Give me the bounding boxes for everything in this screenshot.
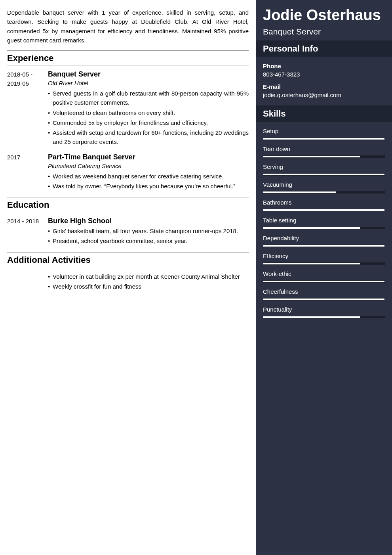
skill-bar-fill [263, 173, 385, 176]
skills-block: SetupTear downServingVacuumingBathroomsT… [256, 122, 392, 329]
entry-body: Burke High School Girls' basketball team… [48, 217, 249, 247]
bullet-item: Volunteered to clean bathrooms on every … [48, 108, 249, 117]
education-entry: 2014 - 2018 Burke High School Girls' bas… [7, 217, 249, 247]
skill-bar-fill [263, 280, 385, 283]
experience-heading: Experience [7, 50, 249, 65]
phone-value: 803-467-3323 [263, 71, 385, 78]
skill-bar-fill [263, 155, 360, 158]
skill-bar-fill [263, 191, 336, 193]
entry-subtitle: Plumstead Catering Service [48, 163, 249, 169]
entry-dates: 2018-05 - 2019-05 [7, 70, 48, 147]
activities-entry: Volunteer in cat building 2x per month a… [7, 272, 249, 292]
skill-label: Tear down [263, 145, 385, 152]
entry-dates: 2017 [7, 153, 48, 192]
skill-label: Cheerfulness [263, 288, 385, 295]
person-title: Banquet Server [263, 27, 385, 36]
skill-item: Table setting [263, 217, 385, 229]
personal-info-block: Phone 803-467-3323 E-mail jodie.q.osterh… [256, 57, 392, 105]
skill-item: Setup [263, 128, 385, 140]
skill-item: Work-ethic [263, 270, 385, 283]
skill-bar [263, 262, 385, 265]
entry-title: Banquet Server [48, 70, 249, 78]
skill-bar-fill [263, 298, 385, 300]
bullet-item: Worked as weekend banquet server for cre… [48, 172, 249, 181]
skill-item: Tear down [263, 145, 385, 158]
skills-heading: Skills [256, 105, 392, 122]
skill-label: Table setting [263, 217, 385, 224]
skill-label: Efficiency [263, 253, 385, 259]
bullet-item: Was told by owner, “Everybody likes you … [48, 182, 249, 191]
bullet-item: Girls' basketball team, all four years. … [48, 226, 249, 235]
experience-entry: 2018-05 - 2019-05 Banquet Server Old Riv… [7, 70, 249, 147]
skill-label: Bathrooms [263, 199, 385, 206]
bullet-item: Volunteer in cat building 2x per month a… [48, 272, 249, 281]
skill-bar [263, 155, 385, 158]
phone-label: Phone [263, 63, 385, 69]
skill-bar [263, 209, 385, 211]
skill-bar [263, 245, 385, 247]
skill-bar [263, 298, 385, 300]
bullet-item: Commended 5x by employer for friendlines… [48, 118, 249, 127]
entry-body: Banquet Server Old River Hotel Served gu… [48, 70, 249, 147]
entry-subtitle: Old River Hotel [48, 80, 249, 86]
bullet-item: President, school yearbook committee, se… [48, 236, 249, 245]
skill-bar [263, 191, 385, 193]
person-name: Jodie Osterhaus [263, 6, 385, 25]
bullet-item: Served guests in a golf club restaurant … [48, 89, 249, 107]
skill-item: Punctuality [263, 306, 385, 318]
skill-bar [263, 280, 385, 283]
skill-label: Vacuuming [263, 181, 385, 188]
skill-item: Vacuuming [263, 181, 385, 193]
skill-bar-fill [263, 138, 385, 140]
bullet-item: Assisted with setup and teardown for 60+… [48, 128, 249, 147]
skill-label: Work-ethic [263, 270, 385, 277]
email-value: jodie.q.osterhaus@gmail.com [263, 92, 385, 98]
entry-title: Part-Time Banquet Server [48, 153, 249, 161]
skill-bar [263, 316, 385, 318]
sidebar-header: Jodie Osterhaus Banquet Server [256, 0, 392, 40]
sidebar: Jodie Osterhaus Banquet Server Personal … [256, 0, 392, 555]
summary-text: Dependable banquet server with 1 year of… [7, 8, 249, 45]
bullet-item: Weekly crossfit for fun and fitness [48, 282, 249, 291]
skill-bar-fill [263, 316, 360, 318]
skill-bar [263, 138, 385, 140]
skill-item: Serving [263, 163, 385, 176]
entry-dates: 2014 - 2018 [7, 217, 48, 247]
skill-label: Dependability [263, 235, 385, 241]
skill-item: Efficiency [263, 253, 385, 265]
skill-bar-fill [263, 227, 360, 229]
entry-body: Volunteer in cat building 2x per month a… [48, 272, 249, 292]
skill-label: Setup [263, 128, 385, 134]
entry-title: Burke High School [48, 217, 249, 225]
skill-label: Serving [263, 163, 385, 170]
skill-bar [263, 227, 385, 229]
entry-body: Part-Time Banquet Server Plumstead Cater… [48, 153, 249, 192]
skill-item: Bathrooms [263, 199, 385, 211]
personal-info-heading: Personal Info [256, 40, 392, 57]
skill-label: Punctuality [263, 306, 385, 313]
education-heading: Education [7, 197, 249, 212]
activities-heading: Additional Activities [7, 252, 249, 267]
skill-item: Cheerfulness [263, 288, 385, 300]
skill-bar-fill [263, 209, 385, 211]
email-label: E-mail [263, 83, 385, 90]
experience-entry: 2017 Part-Time Banquet Server Plumstead … [7, 153, 249, 192]
skill-bar-fill [263, 245, 385, 247]
skill-bar-fill [263, 262, 360, 265]
main-column: Dependable banquet server with 1 year of… [0, 0, 256, 555]
skill-bar [263, 173, 385, 176]
skill-item: Dependability [263, 235, 385, 247]
